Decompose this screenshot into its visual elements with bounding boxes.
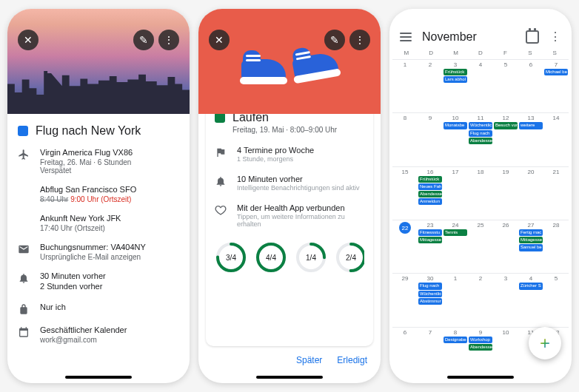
view-original-email[interactable]: Ursprüngliche E-Mail anzeigen: [40, 253, 179, 261]
event-chip[interactable]: Neues Fah: [418, 183, 442, 190]
day-number: 22: [399, 222, 411, 234]
day-cell[interactable]: 27Fertig macMittagesseSamuel be: [518, 220, 543, 273]
day-cell[interactable]: 6: [518, 59, 543, 112]
calendar-email: work@gmail.com: [40, 336, 179, 344]
day-cell[interactable]: 20: [518, 166, 543, 220]
day-cell[interactable]: 30Flug nachWöchentlicAbstimmur: [418, 273, 443, 326]
event-chip[interactable]: Besuch von: [494, 122, 518, 129]
day-cell[interactable]: 18: [468, 166, 493, 220]
done-button[interactable]: Erledigt: [337, 355, 367, 365]
day-cell[interactable]: 28: [543, 220, 569, 273]
event-chip[interactable]: Fertig mac: [519, 229, 543, 236]
day-cell[interactable]: 3FrühstückLars abhol: [443, 59, 468, 112]
event-chip[interactable]: Flug nach: [469, 130, 492, 137]
create-fab[interactable]: +: [529, 327, 561, 359]
close-button[interactable]: ✕: [18, 30, 39, 50]
day-cell[interactable]: 6: [392, 327, 418, 380]
event-chip[interactable]: Frühstück: [444, 69, 467, 75]
event-chip[interactable]: Wöchentlic: [469, 122, 492, 129]
event-chip[interactable]: Frühstück: [418, 176, 442, 183]
airline-flight-number: Virgin America Flug VX86: [40, 148, 179, 157]
day-cell[interactable]: 9WorkshopAbendesse: [468, 327, 493, 380]
day-cell[interactable]: 17: [443, 166, 468, 220]
day-cell[interactable]: 8Designabe: [443, 327, 468, 380]
event-chip[interactable]: Mittagesse: [519, 237, 543, 243]
day-cell[interactable]: 10Monatsbe: [443, 112, 468, 166]
day-cell[interactable]: 13weitere: [518, 112, 543, 166]
event-chip[interactable]: Monatsbe: [444, 122, 467, 129]
day-cell[interactable]: 3: [493, 273, 518, 326]
day-cell[interactable]: 11WöchentlicFlug nachAbendesse: [468, 112, 493, 166]
event-color-chip: [215, 112, 225, 123]
day-cell[interactable]: 24Tennis: [443, 220, 468, 273]
day-cell[interactable]: 12Besuch von: [493, 112, 518, 166]
today-button[interactable]: [526, 30, 539, 44]
more-button[interactable]: ⋮: [349, 30, 370, 50]
day-cell[interactable]: 8: [392, 112, 418, 166]
airplane-icon: [18, 149, 30, 160]
day-number: 3: [444, 61, 467, 68]
event-chip[interactable]: Abendesse: [418, 191, 442, 197]
bell-icon: [215, 175, 227, 187]
event-chip[interactable]: Samuel be: [519, 244, 543, 251]
day-cell[interactable]: 22: [392, 220, 418, 273]
day-cell[interactable]: 10: [493, 327, 518, 380]
day-number: 3: [494, 275, 518, 282]
day-cell[interactable]: 2: [468, 273, 493, 326]
calendar-icon: [18, 326, 30, 338]
event-chip[interactable]: Abstimmur: [418, 298, 442, 305]
day-cell[interactable]: 23FitnessstuMittagesse: [418, 220, 443, 273]
close-button[interactable]: ✕: [209, 30, 230, 50]
event-chip[interactable]: Züricher S: [519, 283, 543, 289]
frequency-detail: 1 Stunde, morgens: [237, 155, 364, 163]
edit-button[interactable]: ✎: [133, 30, 154, 50]
menu-button[interactable]: [400, 33, 412, 41]
weekday-label: M: [444, 50, 468, 56]
day-cell[interactable]: 7: [418, 327, 443, 380]
day-cell[interactable]: 4Züricher S: [518, 273, 543, 326]
day-cell[interactable]: 25: [468, 220, 493, 273]
day-cell[interactable]: 15: [392, 166, 418, 220]
event-chip[interactable]: Tennis: [444, 229, 467, 236]
event-chip[interactable]: weitere: [519, 122, 543, 129]
day-cell[interactable]: 9: [418, 112, 443, 166]
shoe-illustration: [241, 50, 286, 81]
edit-button[interactable]: ✎: [324, 30, 345, 50]
day-number: 4: [519, 275, 543, 282]
event-chip[interactable]: Abendesse: [469, 138, 492, 144]
day-cell[interactable]: 26: [493, 220, 518, 273]
day-number: 17: [444, 169, 467, 175]
day-cell[interactable]: 14: [543, 112, 569, 166]
event-chip[interactable]: Fitnessstu: [418, 229, 442, 236]
more-button[interactable]: ⋮: [158, 30, 179, 50]
health-app-row[interactable]: Mit der Health App verbunden Tippen, um …: [215, 203, 364, 228]
day-cell[interactable]: 1: [392, 59, 418, 112]
day-cell[interactable]: 19: [493, 166, 518, 220]
event-chip[interactable]: Anmeldun: [418, 198, 442, 205]
event-chip[interactable]: Michael be: [544, 69, 568, 75]
event-chip[interactable]: Wöchentlic: [418, 291, 442, 297]
month-title[interactable]: November: [422, 30, 515, 44]
home-indicator: [256, 376, 323, 379]
event-chip[interactable]: Mittagesse: [418, 237, 442, 243]
day-cell[interactable]: 2: [418, 59, 443, 112]
weekday-label: F: [493, 50, 518, 56]
day-cell[interactable]: 5: [543, 273, 569, 326]
event-chip[interactable]: Workshop: [469, 337, 492, 343]
day-cell[interactable]: 7Michael be: [543, 59, 569, 112]
day-cell[interactable]: 16FrühstückNeues FahAbendesseAnmeldun: [418, 166, 443, 220]
day-cell[interactable]: 29: [392, 273, 418, 326]
day-cell[interactable]: 5: [493, 59, 518, 112]
later-button[interactable]: Später: [296, 355, 322, 365]
day-number: 7: [544, 61, 568, 68]
event-chip[interactable]: Designabe: [444, 337, 467, 343]
day-cell[interactable]: 1: [443, 273, 468, 326]
departure-time: 8:40 Uhr 9:00 Uhr (Ortszeit): [40, 195, 179, 203]
pencil-icon: ✎: [330, 34, 339, 46]
event-chip[interactable]: Abendesse: [469, 344, 492, 351]
event-chip[interactable]: Lars abhol: [444, 76, 467, 83]
day-cell[interactable]: 21: [543, 166, 569, 220]
event-chip[interactable]: Flug nach: [418, 283, 442, 289]
day-cell[interactable]: 4: [468, 59, 493, 112]
more-button[interactable]: ⋮: [549, 30, 561, 44]
